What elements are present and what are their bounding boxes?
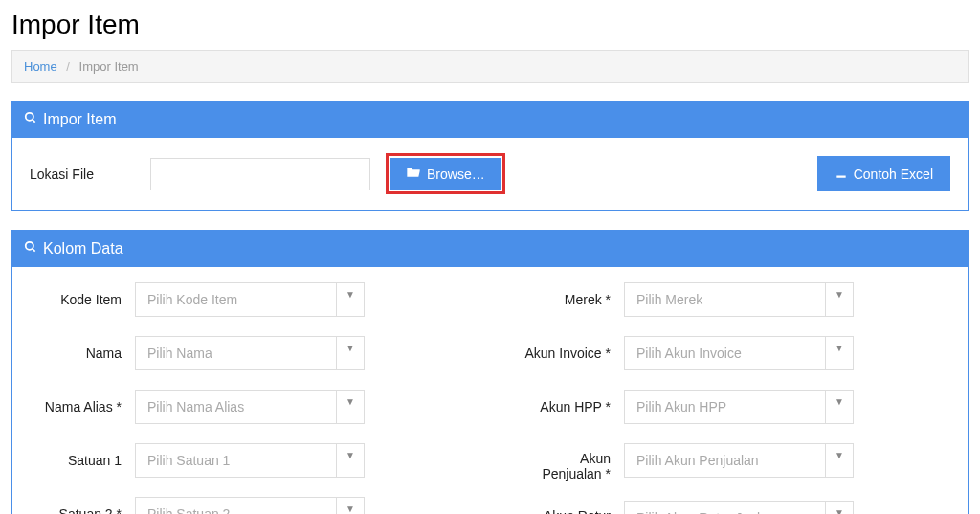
breadcrumb: Home / Impor Item	[11, 50, 969, 83]
search-icon	[24, 111, 37, 128]
svg-line-3	[33, 249, 35, 252]
select-placeholder: Pilih Akun HPP	[625, 391, 826, 423]
chevron-down-icon: ▼	[337, 391, 364, 423]
select-placeholder: Pilih Akun Penjualan	[625, 444, 826, 477]
right-column: Merek * Pilih Merek ▼ Akun Invoice * Pil…	[519, 282, 950, 514]
field-akun-penjualan: Akun Penjualan * Pilih Akun Penjualan ▼	[519, 443, 950, 481]
field-label: Nama	[30, 346, 135, 361]
field-satuan-2: Satuan 2 * Pilih Satuan 2 ▼	[30, 497, 461, 514]
chevron-down-icon: ▼	[337, 444, 364, 477]
field-label: Akun Invoice *	[519, 346, 624, 361]
download-icon	[835, 166, 848, 182]
field-label: Akun HPP *	[519, 399, 624, 414]
select-placeholder: Pilih Merek	[625, 283, 826, 316]
field-label: Satuan 2 *	[30, 506, 135, 514]
select-merek[interactable]: Pilih Merek ▼	[624, 282, 854, 317]
breadcrumb-current: Impor Item	[79, 59, 139, 74]
chevron-down-icon: ▼	[826, 444, 853, 477]
svg-point-2	[26, 242, 33, 250]
chevron-down-icon: ▼	[337, 283, 364, 316]
svg-line-1	[33, 120, 35, 123]
left-column: Kode Item Pilih Kode Item ▼ Nama Pilih N…	[30, 282, 461, 514]
browse-button[interactable]: Browse…	[390, 158, 501, 190]
select-akun-invoice[interactable]: Pilih Akun Invoice ▼	[624, 336, 854, 370]
import-file-panel: Impor Item Lokasi File Browse…	[11, 101, 969, 211]
select-placeholder: Pilih Nama Alias	[136, 391, 337, 423]
sample-excel-button[interactable]: Contoh Excel	[817, 156, 950, 191]
field-label: Akun Penjualan *	[519, 443, 624, 481]
select-placeholder: Pilih Akun Invoice	[625, 337, 826, 369]
page-title: Impor Item	[11, 10, 969, 40]
select-akun-hpp[interactable]: Pilih Akun HPP ▼	[624, 390, 854, 424]
field-satuan-1: Satuan 1 Pilih Satuan 1 ▼	[30, 443, 461, 478]
browse-highlight: Browse…	[386, 153, 505, 194]
import-file-panel-title: Impor Item	[43, 111, 116, 128]
field-label: Kode Item	[30, 292, 135, 307]
field-akun-invoice: Akun Invoice * Pilih Akun Invoice ▼	[519, 336, 950, 370]
data-column-panel-header: Kolom Data	[12, 231, 968, 267]
select-placeholder: Pilih Satuan 1	[136, 444, 337, 477]
browse-button-label: Browse…	[427, 167, 485, 182]
data-column-panel-title: Kolom Data	[43, 240, 123, 257]
chevron-down-icon: ▼	[337, 498, 364, 514]
field-akun-retur-jual: Akun Retur Jual * Pilih Akun Retur Jual …	[519, 501, 950, 514]
select-satuan-1[interactable]: Pilih Satuan 1 ▼	[135, 443, 365, 478]
select-placeholder: Pilih Satuan 2	[136, 498, 337, 514]
select-placeholder: Pilih Nama	[136, 337, 337, 369]
svg-point-0	[26, 113, 33, 121]
data-column-panel: Kolom Data Kode Item Pilih Kode Item ▼ N…	[11, 230, 969, 514]
field-akun-hpp: Akun HPP * Pilih Akun HPP ▼	[519, 390, 950, 424]
sample-excel-button-label: Contoh Excel	[854, 167, 933, 182]
field-label: Nama Alias *	[30, 399, 135, 414]
search-icon	[24, 240, 37, 257]
field-label: Akun Retur Jual *	[519, 501, 624, 514]
chevron-down-icon: ▼	[337, 337, 364, 369]
field-label: Merek *	[519, 292, 624, 307]
field-label: Satuan 1	[30, 453, 135, 468]
select-akun-penjualan[interactable]: Pilih Akun Penjualan ▼	[624, 443, 854, 478]
select-kode-item[interactable]: Pilih Kode Item ▼	[135, 282, 365, 317]
breadcrumb-home-link[interactable]: Home	[24, 59, 57, 74]
file-location-input[interactable]	[150, 158, 370, 190]
field-nama-alias: Nama Alias * Pilih Nama Alias ▼	[30, 390, 461, 424]
select-akun-retur-jual[interactable]: Pilih Akun Retur Jual ▼	[624, 501, 854, 514]
breadcrumb-separator: /	[66, 59, 70, 74]
import-file-panel-header: Impor Item	[12, 101, 968, 138]
select-placeholder: Pilih Kode Item	[136, 283, 337, 316]
select-nama[interactable]: Pilih Nama ▼	[135, 336, 365, 370]
folder-open-icon	[406, 166, 421, 182]
file-location-label: Lokasi File	[30, 167, 135, 182]
chevron-down-icon: ▼	[826, 502, 853, 514]
chevron-down-icon: ▼	[826, 337, 853, 369]
field-nama: Nama Pilih Nama ▼	[30, 336, 461, 370]
chevron-down-icon: ▼	[826, 391, 853, 423]
select-nama-alias[interactable]: Pilih Nama Alias ▼	[135, 390, 365, 424]
select-satuan-2[interactable]: Pilih Satuan 2 ▼	[135, 497, 365, 514]
field-merek: Merek * Pilih Merek ▼	[519, 282, 950, 317]
select-placeholder: Pilih Akun Retur Jual	[625, 502, 826, 514]
field-kode-item: Kode Item Pilih Kode Item ▼	[30, 282, 461, 317]
chevron-down-icon: ▼	[826, 283, 853, 316]
